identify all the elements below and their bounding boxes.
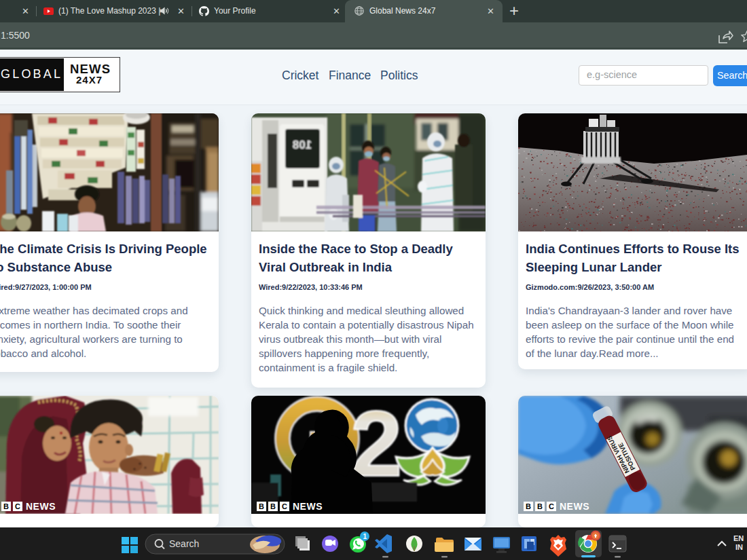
svg-text:1: 1	[363, 533, 367, 540]
svg-text:IN: IN	[735, 543, 743, 551]
svg-text:108: 108	[293, 138, 312, 151]
svg-text:EN: EN	[733, 534, 744, 542]
svg-text:Search: Search	[169, 538, 199, 549]
